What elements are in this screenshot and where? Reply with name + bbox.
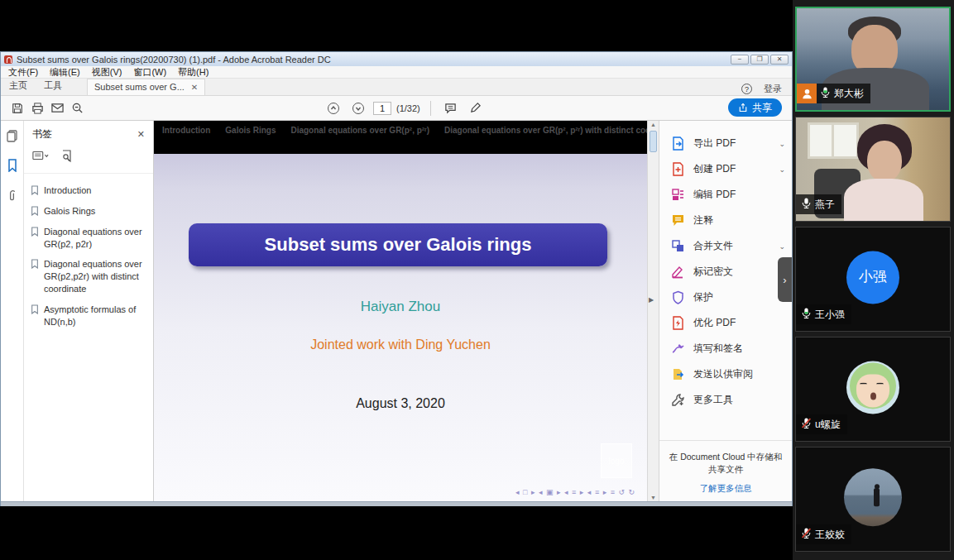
participant-tile-zhengdabin[interactable]: 郑大彬 — [795, 7, 951, 112]
bookmark-label: Galois Rings — [44, 205, 95, 218]
optimize-pdf-icon — [671, 316, 685, 330]
participant-name: 王姣姣 — [815, 528, 845, 542]
bookmark-label: Diagonal equations over GR(p2,p2r) with … — [44, 258, 146, 295]
print-icon[interactable] — [27, 99, 47, 117]
restore-button[interactable]: ❐ — [750, 55, 769, 65]
tools-panel: 导出 PDF ⌄ 创建 PDF ⌄ 编辑 PDF 注释 合并文件 ⌄ — [659, 121, 792, 501]
bookmark-item[interactable]: Galois Rings — [27, 201, 150, 222]
tool-optimize-pdf[interactable]: 优化 PDF — [659, 310, 792, 336]
tool-export-pdf[interactable]: 导出 PDF ⌄ — [659, 131, 792, 156]
page-thumbnails-icon[interactable] — [6, 129, 19, 146]
menu-bar: 文件(F) 编辑(E) 视图(V) 窗口(W) 帮助(H) — [1, 66, 792, 79]
close-button[interactable]: ✕ — [770, 55, 789, 65]
slide-date: August 3, 2020 — [154, 396, 647, 411]
email-icon[interactable] — [47, 99, 67, 117]
participants-panel: 郑大彬 燕子 小强 王小强 — [793, 0, 954, 560]
pencil-icon[interactable] — [466, 99, 486, 117]
tool-label: 保护 — [693, 290, 713, 304]
tool-label: 编辑 PDF — [693, 188, 736, 202]
minimize-button[interactable]: − — [731, 55, 749, 65]
tool-redact[interactable]: 标记密文 — [659, 259, 792, 285]
participant-tile-yanzi[interactable]: 燕子 — [795, 117, 951, 222]
bookmarks-close-icon[interactable]: ✕ — [137, 129, 145, 140]
avatar — [844, 468, 902, 526]
document-area[interactable]: Introduction Galois Rings Diagonal equat… — [154, 121, 647, 501]
send-review-icon — [671, 367, 685, 381]
bookmark-item[interactable]: Introduction — [27, 180, 150, 201]
bookmarks-list: Introduction Galois Rings Diagonal equat… — [24, 174, 153, 339]
tab-home[interactable]: 主页 — [1, 77, 36, 95]
chevron-down-icon[interactable]: ⌄ — [779, 242, 785, 251]
comment-tool-icon — [671, 213, 685, 227]
document-cloud-footer: 在 Document Cloud 中存储和共享文件 了解更多信息 — [659, 440, 792, 495]
participant-name: 郑大彬 — [834, 87, 864, 101]
window-titlebar[interactable]: Subset sums over Galois rings(20200730) … — [1, 52, 792, 66]
bookmarks-options-button[interactable] — [32, 150, 49, 166]
avatar — [846, 361, 899, 414]
menu-view[interactable]: 视图(V) — [86, 66, 128, 79]
slide-author: Haiyan Zhou — [154, 299, 647, 315]
menu-window[interactable]: 窗口(W) — [127, 66, 172, 79]
bookmark-label: Introduction — [44, 184, 91, 197]
pdf-slide: Introduction Galois Rings Diagonal equat… — [154, 121, 647, 501]
bookmark-label: Asymptotic formulas of ND(n,b) — [44, 304, 146, 328]
scroll-down-arrow[interactable]: ▼ — [648, 495, 659, 500]
tool-combine-files[interactable]: 合并文件 ⌄ — [659, 233, 792, 259]
next-page-icon[interactable] — [348, 99, 368, 117]
tool-label: 注释 — [693, 213, 713, 227]
combine-files-icon — [671, 239, 685, 253]
tool-edit-pdf[interactable]: 编辑 PDF — [659, 182, 792, 208]
export-pdf-icon — [671, 136, 685, 151]
scroll-up-arrow[interactable]: ▲ — [648, 122, 659, 127]
login-button[interactable]: 登录 — [764, 83, 782, 95]
bookmark-item[interactable]: Diagonal equations over GR(p2, p2r) — [27, 222, 150, 255]
beamer-navigation-icons[interactable]: ◂ □ ▸ ◂ ▣ ▸ ◂ ≡ ▸ ◂ ≡ ▸ ≡ ↺ ↻ — [515, 488, 635, 496]
slide-joint-work: Jointed work with Ding Yuchen — [154, 337, 647, 352]
scrollbar-thumb[interactable] — [650, 131, 657, 152]
tab-close-icon[interactable]: ✕ — [191, 83, 198, 92]
bookmarks-find-button[interactable] — [60, 150, 74, 166]
chevron-down-icon[interactable]: ⌄ — [779, 165, 785, 174]
tab-tools[interactable]: 工具 — [36, 77, 70, 95]
tool-fill-sign[interactable]: 填写和签名 — [659, 336, 792, 361]
tab-document[interactable]: Subset sums over G... ✕ — [87, 79, 205, 95]
save-icon[interactable] — [7, 99, 27, 117]
panel-collapse-tab[interactable]: › — [778, 257, 792, 302]
learn-more-link[interactable]: 了解更多信息 — [700, 483, 752, 495]
vertical-scrollbar[interactable]: ▲ ▶ ▼ — [647, 121, 659, 501]
toolbar-divider — [430, 101, 431, 116]
previous-page-icon[interactable] — [324, 99, 343, 117]
menu-help[interactable]: 帮助(H) — [172, 66, 214, 79]
bookmark-item[interactable]: Asymptotic formulas of ND(n,b) — [27, 299, 150, 333]
zoom-out-icon[interactable] — [67, 99, 87, 117]
tab-document-label: Subset sums over G... — [94, 82, 185, 92]
edit-pdf-icon — [671, 188, 685, 202]
page-number-input[interactable]: 1 — [373, 102, 391, 115]
tool-send-review[interactable]: 发送以供审阅 — [659, 361, 792, 387]
bookmark-item[interactable]: Diagonal equations over GR(p2,p2r) with … — [27, 254, 150, 299]
tool-more-tools[interactable]: 更多工具 — [659, 387, 792, 413]
panel-splitter-arrow[interactable]: ▶ — [649, 296, 654, 304]
microphone-on-icon — [801, 307, 812, 322]
redact-icon — [671, 265, 685, 279]
slide-nav-item: Galois Rings — [225, 126, 276, 135]
navigation-icon-strip — [1, 121, 24, 501]
chevron-down-icon[interactable]: ⌄ — [779, 140, 785, 148]
acrobat-window: Subset sums over Galois rings(20200730) … — [0, 51, 793, 506]
comment-icon[interactable] — [441, 99, 461, 117]
tool-comment[interactable]: 注释 — [659, 208, 792, 233]
participant-tile-wangxiaoqiang[interactable]: 小强 王小强 — [795, 227, 951, 332]
microphone-muted-icon — [801, 527, 812, 542]
attachments-icon[interactable] — [6, 189, 18, 205]
bookmarks-panel-icon[interactable] — [7, 159, 18, 175]
participant-tile-wangjiaojiao[interactable]: 王姣姣 — [795, 447, 951, 552]
help-icon[interactable]: ? — [741, 84, 752, 94]
tool-protect[interactable]: 保护 — [659, 285, 792, 310]
tool-create-pdf[interactable]: 创建 PDF ⌄ — [659, 156, 792, 182]
tool-label: 导出 PDF — [693, 136, 736, 151]
window-bottom-border — [1, 501, 792, 506]
participant-tile-uluoxuan[interactable]: u螺旋 — [795, 337, 951, 442]
participant-name: u螺旋 — [815, 418, 841, 432]
share-button[interactable]: 共享 — [728, 98, 782, 117]
host-person-icon — [797, 84, 817, 103]
